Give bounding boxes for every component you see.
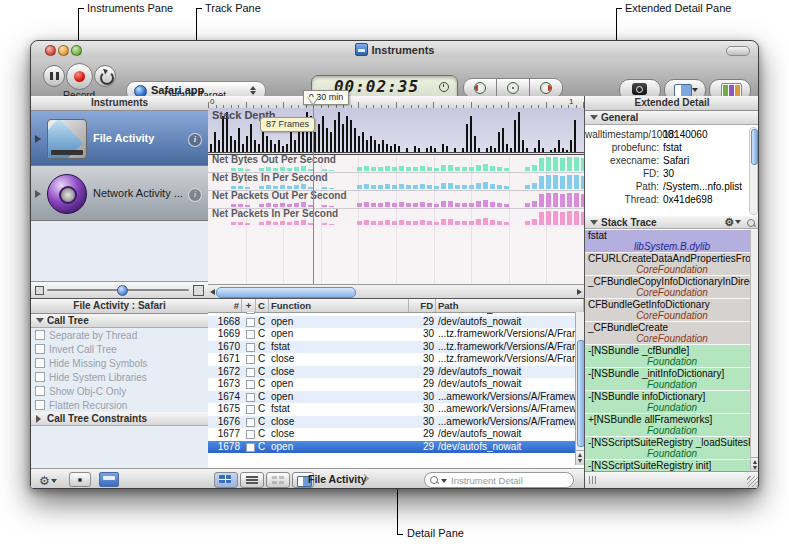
table-row[interactable]: 1676Cclose30...amework/Versions/A/Framew…: [208, 416, 584, 429]
table-row[interactable]: 1669Copen30...tz.framework/Versions/A/Fr…: [208, 328, 584, 341]
zoom-small-icon[interactable]: [35, 286, 44, 295]
table-row[interactable]: 1678Copen29/dev/autofs_nowait: [208, 441, 584, 454]
table-row[interactable]: 1671Cclose30...tz.framework/Versions/A/F…: [208, 353, 584, 366]
table-row[interactable]: 1668Copen29/dev/autofs_nowait: [208, 316, 584, 329]
call-tree-option[interactable]: Hide System Libraries: [31, 370, 208, 384]
table-row[interactable]: 1670Cfstat30...tz.framework/Versions/A/F…: [208, 341, 584, 354]
stack-frame[interactable]: -[NSScriptSuiteRegistry _loadSuitesFor..…: [585, 437, 759, 460]
playhead-marker[interactable]: [307, 97, 319, 106]
call-tree-option[interactable]: Show Obj-C Only: [31, 384, 208, 398]
general-section-header[interactable]: General: [585, 111, 759, 125]
scroll-thumb[interactable]: [577, 340, 585, 447]
disclosure-down-icon[interactable]: [36, 318, 44, 323]
scroll-arrows-icon[interactable]: [576, 450, 584, 465]
row-checkbox[interactable]: [246, 405, 255, 414]
checkbox[interactable]: [35, 372, 45, 382]
table-row[interactable]: 1674Copen30...amework/Versions/A/Framewo…: [208, 391, 584, 404]
table-row[interactable]: 1673Copen29/dev/autofs_nowait: [208, 378, 584, 391]
row-checkbox[interactable]: [246, 418, 255, 427]
stack-gear-button[interactable]: ⚙: [724, 216, 741, 229]
stack-depth-track[interactable]: Stack Depth 87 Frames: [208, 108, 584, 155]
call-tree-option[interactable]: Invert Call Tree: [31, 342, 208, 356]
playhead-line[interactable]: [313, 108, 314, 284]
row-checkbox[interactable]: [246, 443, 255, 452]
instrument-row-network-activity[interactable]: Network Activity ... i: [31, 166, 208, 221]
disclosure-triangle-icon[interactable]: [35, 190, 41, 198]
scroll-thumb[interactable]: [216, 287, 356, 298]
checkbox[interactable]: [35, 330, 45, 340]
column-function[interactable]: Function: [269, 299, 409, 312]
stack-frame[interactable]: CFBundleGetInfoDictionaryCoreFoundation: [585, 299, 759, 322]
stack-frame[interactable]: -[NSBundle _cfBundle]Foundation: [585, 345, 759, 368]
search-input[interactable]: [449, 474, 571, 487]
checkbox[interactable]: [35, 400, 45, 410]
resize-grip-icon[interactable]: [747, 476, 758, 487]
net-packets-in-track[interactable]: Net Packets In Per Second: [208, 208, 584, 227]
scroll-left-icon[interactable]: [210, 289, 215, 295]
inspection-range-end-button[interactable]: [530, 78, 563, 98]
column-c[interactable]: C: [256, 299, 269, 312]
stack-frame[interactable]: _CFBundleCopyInfoDictionaryInDirecto...C…: [585, 276, 759, 299]
stack-frame[interactable]: -[NSBundle _initInfoDictionary]Foundatio…: [585, 368, 759, 391]
row-checkbox[interactable]: [246, 318, 255, 327]
row-checkbox[interactable]: [246, 393, 255, 402]
checkbox[interactable]: [35, 386, 45, 396]
call-tree-section-header[interactable]: Call Tree: [31, 314, 208, 328]
instrument-row-file-activity[interactable]: File Activity i: [31, 111, 208, 166]
checkbox[interactable]: [35, 344, 45, 354]
disclosure-down-icon[interactable]: [590, 115, 598, 120]
net-bytes-in-track[interactable]: Net Bytes In Per Second: [208, 172, 584, 191]
column-number[interactable]: #: [208, 299, 242, 312]
net-bytes-out-track[interactable]: Net Bytes Out Per Second: [208, 154, 584, 173]
table-row[interactable]: 1677Cclose29/dev/autofs_nowait: [208, 428, 584, 441]
call-tree-option[interactable]: Hide Missing Symbols: [31, 356, 208, 370]
info-button[interactable]: i: [188, 188, 202, 202]
loop-button[interactable]: [94, 65, 116, 87]
disclosure-right-icon[interactable]: [36, 415, 41, 423]
call-tree-option[interactable]: Flatten Recursion: [31, 398, 208, 412]
stack-frame[interactable]: -[NSBundle infoDictionary]Foundation: [585, 391, 759, 414]
column-fd[interactable]: FD: [409, 299, 436, 312]
general-scrollbar[interactable]: [749, 127, 758, 215]
column-path[interactable]: Path: [436, 299, 584, 312]
row-checkbox[interactable]: [246, 312, 255, 314]
checkbox[interactable]: [35, 358, 45, 368]
info-button[interactable]: i: [188, 133, 202, 147]
row-checkbox[interactable]: [246, 380, 255, 389]
slider-thumb[interactable]: [117, 285, 128, 296]
table-row[interactable]: 1672Cclose29/dev/autofs_nowait: [208, 366, 584, 379]
track-horizontal-scrollbar[interactable]: [208, 284, 584, 298]
call-tree-option[interactable]: Separate by Thread: [31, 328, 208, 342]
row-checkbox[interactable]: [246, 355, 255, 364]
stack-trace-section-header[interactable]: Stack Trace ⚙: [585, 216, 759, 229]
scroll-right-icon[interactable]: [577, 289, 582, 295]
search-field[interactable]: [424, 472, 574, 488]
scroll-arrows-icon[interactable]: [751, 457, 759, 472]
zoom-large-icon[interactable]: [193, 285, 204, 296]
stack-frame[interactable]: +[NSBundle allFrameworks]Foundation: [585, 414, 759, 437]
search-icon[interactable]: [747, 219, 755, 227]
scroll-thumb[interactable]: [751, 129, 758, 165]
row-checkbox[interactable]: [246, 368, 255, 377]
action-gear-button[interactable]: ⚙: [39, 471, 57, 489]
view-blocks-button[interactable]: [266, 472, 290, 488]
disclosure-down-icon[interactable]: [590, 220, 598, 225]
stack-frame[interactable]: _CFBundleCreateCoreFoundation: [585, 322, 759, 345]
stack-trace-scrollbar[interactable]: [750, 230, 759, 472]
panel-toggle-button[interactable]: [99, 472, 119, 487]
net-packets-out-track[interactable]: Net Packets Out Per Second: [208, 190, 584, 209]
row-checkbox[interactable]: [246, 343, 255, 352]
view-table-button[interactable]: [214, 472, 238, 488]
inspection-range-start-button[interactable]: [463, 78, 497, 98]
record-button[interactable]: [66, 63, 93, 90]
stack-frame[interactable]: fstatlibSystem.B.dylib: [585, 230, 759, 253]
disclosure-triangle-icon[interactable]: [35, 135, 41, 143]
table-vertical-scrollbar[interactable]: [575, 312, 584, 465]
pause-button[interactable]: [43, 65, 65, 87]
drag-grip-icon[interactable]: [589, 476, 597, 484]
title-bar[interactable]: Instruments: [31, 41, 758, 58]
view-list-button[interactable]: [240, 472, 264, 488]
row-checkbox[interactable]: [246, 330, 255, 339]
call-tree-constraints-header[interactable]: Call Tree Constraints: [31, 412, 208, 426]
stack-frame[interactable]: CFURLCreateDataAndPropertiesFromR...Core…: [585, 253, 759, 276]
